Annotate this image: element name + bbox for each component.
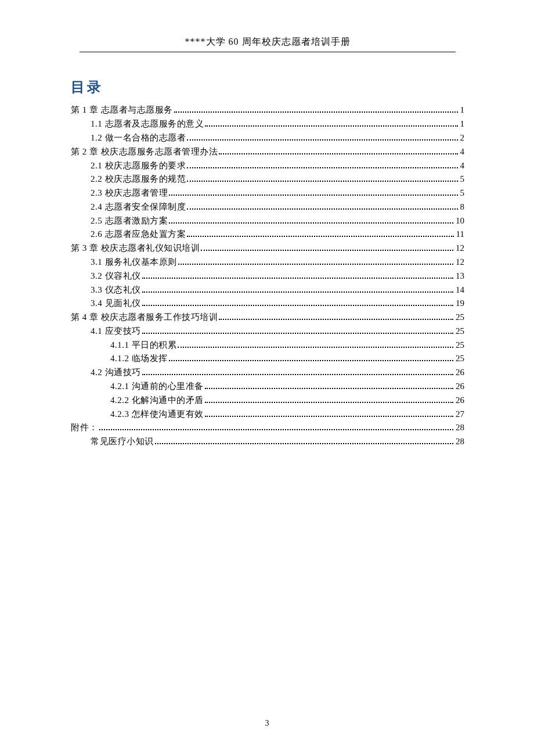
toc-entry-page: 1 (460, 120, 465, 128)
toc-leader-dots (187, 167, 458, 168)
toc-entry-page: 25 (456, 327, 464, 336)
toc-leader-dots (99, 429, 454, 430)
toc-leader-dots (142, 305, 454, 306)
toc-leader-dots (219, 319, 453, 320)
toc-leader-dots (169, 360, 453, 361)
toc-entry-page: 10 (456, 217, 464, 225)
toc-leader-dots (187, 139, 458, 141)
toc-entry-page: 5 (460, 175, 465, 183)
toc-entry-page: 5 (460, 189, 465, 197)
table-of-contents: 第 1 章 志愿者与志愿服务11.1 志愿者及志愿服务的意义11.2 做一名合格… (71, 103, 464, 449)
toc-entry-page: 25 (456, 313, 464, 322)
toc-entry-page: 19 (456, 299, 464, 308)
toc-leader-dots (178, 264, 454, 265)
toc-entry-page: 28 (456, 423, 464, 432)
toc-entry-label: 4.1 应变技巧 (91, 327, 141, 336)
toc-entry-page: 26 (456, 382, 464, 391)
toc-leader-dots (169, 195, 458, 196)
toc-entry: 4.2.1 沟通前的心里准备26 (71, 380, 464, 394)
toc-entry: 2.3 校庆志愿者管理5 (71, 186, 464, 200)
toc-entry: 2.4 志愿者安全保障制度8 (71, 200, 464, 214)
toc-entry-page: 12 (456, 258, 464, 267)
toc-entry: 2.1 校庆志愿服务的要求4 (71, 159, 464, 172)
toc-entry: 4.2.2 化解沟通中的矛盾26 (71, 393, 464, 407)
toc-leader-dots (205, 388, 453, 389)
toc-entry-label: 第 1 章 志愿者与志愿服务 (71, 106, 173, 114)
toc-entry-label: 4.2.1 沟通前的心里准备 (110, 382, 204, 391)
toc-entry: 3.2 仪容礼仪13 (71, 269, 464, 283)
page-number: 3 (0, 719, 534, 728)
toc-entry-page: 14 (456, 286, 464, 294)
toc-entry: 2.6 志愿者应急处置方案11 (71, 228, 464, 242)
toc-entry-label: 2.2 校庆志愿服务的规范 (91, 175, 186, 183)
toc-leader-dots (142, 333, 454, 334)
toc-entry: 第 3 章 校庆志愿者礼仪知识培训12 (71, 242, 464, 255)
toc-entry-label: 4.1.2 临场发挥 (110, 354, 168, 363)
toc-leader-dots (178, 347, 453, 348)
toc-entry-label: 2.6 志愿者应急处置方案 (91, 230, 186, 239)
toc-entry-page: 28 (456, 437, 464, 446)
toc-entry: 3.3 仪态礼仪14 (71, 283, 464, 297)
toc-entry-label: 1.2 做一名合格的志愿者 (91, 134, 186, 142)
toc-entry-label: 4.2.2 化解沟通中的矛盾 (110, 396, 204, 405)
toc-entry-label: 2.3 校庆志愿者管理 (91, 189, 168, 197)
toc-entry-label: 2.5 志愿者激励方案 (91, 217, 168, 225)
toc-leader-dots (174, 111, 458, 113)
toc-entry-page: 26 (456, 396, 464, 405)
toc-entry-label: 常见医疗小知识 (91, 437, 154, 446)
toc-entry-label: 第 3 章 校庆志愿者礼仪知识培训 (71, 244, 200, 253)
toc-entry: 4.1 应变技巧25 (71, 325, 464, 339)
toc-entry-label: 4.2 沟通技巧 (91, 368, 141, 377)
toc-leader-dots (205, 416, 453, 417)
toc-entry: 3.4 见面礼仪19 (71, 297, 464, 311)
toc-leader-dots (187, 181, 458, 182)
toc-leader-dots (187, 236, 454, 237)
toc-entry-page: 26 (456, 368, 464, 377)
toc-entry-page: 11 (456, 230, 464, 239)
toc-entry: 1.2 做一名合格的志愿者2 (71, 131, 464, 145)
toc-entry-label: 第 2 章 校庆志愿服务志愿者管理办法 (71, 147, 218, 156)
toc-entry-label: 3.4 见面礼仪 (91, 299, 141, 308)
toc-entry-page: 27 (456, 410, 464, 419)
toc-entry: 4.1.1 平日的积累25 (71, 338, 464, 352)
toc-entry-page: 8 (460, 203, 465, 211)
toc-entry-label: 第 4 章 校庆志愿者服务工作技巧培训 (71, 313, 218, 322)
toc-entry-page: 4 (460, 147, 465, 156)
toc-entry-page: 12 (456, 244, 464, 253)
toc-entry: 附件：28 (71, 421, 464, 435)
toc-entry-page: 4 (460, 161, 465, 170)
toc-entry: 第 1 章 志愿者与志愿服务1 (71, 103, 464, 117)
toc-entry-label: 3.1 服务礼仪基本原则 (91, 258, 177, 267)
toc-leader-dots (142, 278, 454, 279)
toc-leader-dots (142, 374, 454, 375)
toc-leader-dots (142, 291, 454, 293)
toc-entry-label: 2.4 志愿者安全保障制度 (91, 203, 186, 211)
toc-entry-label: 3.2 仪容礼仪 (91, 272, 141, 280)
toc-entry: 4.2 沟通技巧26 (71, 366, 464, 380)
document-page: ****大学 60 周年校庆志愿者培训手册 目录 第 1 章 志愿者与志愿服务1… (0, 0, 534, 756)
toc-entry: 2.2 校庆志愿服务的规范5 (71, 172, 464, 186)
toc-leader-dots (201, 250, 453, 251)
toc-entry: 4.2.3 怎样使沟通更有效27 (71, 407, 464, 421)
toc-entry-label: 2.1 校庆志愿服务的要求 (91, 161, 186, 170)
toc-entry: 常见医疗小知识28 (71, 435, 464, 449)
toc-entry-label: 4.1.1 平日的积累 (110, 341, 176, 350)
toc-entry-page: 25 (456, 341, 464, 350)
toc-entry-label: 1.1 志愿者及志愿服务的意义 (91, 120, 204, 128)
toc-entry-page: 1 (460, 106, 465, 114)
toc-heading: 目录 (71, 78, 464, 96)
toc-entry: 1.1 志愿者及志愿服务的意义1 (71, 117, 464, 131)
toc-leader-dots (169, 222, 453, 224)
toc-entry-label: 4.2.3 怎样使沟通更有效 (110, 410, 204, 419)
toc-leader-dots (155, 443, 454, 444)
toc-entry-page: 25 (456, 354, 464, 363)
toc-entry: 第 4 章 校庆志愿者服务工作技巧培训25 (71, 311, 464, 325)
toc-entry: 2.5 志愿者激励方案10 (71, 214, 464, 228)
toc-entry: 3.1 服务礼仪基本原则12 (71, 255, 464, 269)
toc-leader-dots (205, 125, 458, 127)
toc-entry-page: 2 (460, 134, 465, 142)
toc-entry-label: 3.3 仪态礼仪 (91, 286, 141, 294)
toc-entry-label: 附件： (71, 423, 98, 432)
toc-entry: 4.1.2 临场发挥25 (71, 352, 464, 366)
toc-leader-dots (187, 208, 458, 210)
